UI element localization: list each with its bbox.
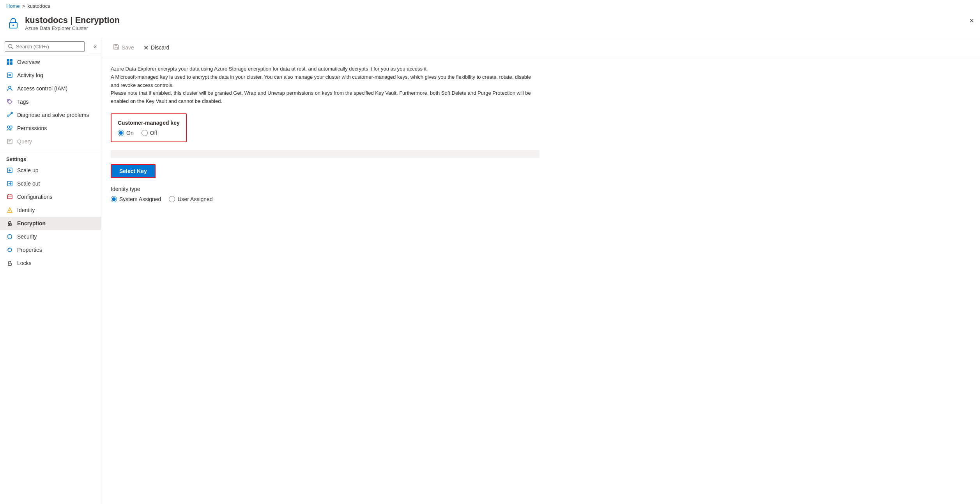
nav-item-scale-up[interactable]: Scale up (0, 164, 101, 177)
lock-icon (6, 16, 20, 33)
separator-bar (111, 150, 540, 158)
svg-rect-40 (115, 44, 117, 46)
identity-section: Identity type System Assigned User Assig… (111, 186, 971, 202)
save-button[interactable]: Save (109, 41, 138, 54)
encrypt-icon (6, 220, 13, 227)
iam-label: Access control (IAM) (17, 85, 67, 92)
breadcrumb-current: kustodocs (27, 3, 50, 9)
identity-user-label: User Assigned (177, 196, 212, 202)
nav-item-identity[interactable]: Identity (0, 203, 101, 217)
cmk-off-label: Off (150, 130, 157, 136)
nav-item-overview[interactable]: Overview (0, 55, 101, 69)
query-icon (6, 138, 13, 145)
overview-icon (6, 58, 13, 65)
nav-item-security[interactable]: Security (0, 230, 101, 243)
svg-point-9 (9, 86, 11, 88)
settings-header: Settings (0, 152, 101, 164)
nav-item-query[interactable]: Query (0, 135, 101, 148)
toolbar: Save ✕ Discard (101, 38, 980, 57)
diagnose-icon (6, 111, 13, 118)
locks-icon (6, 260, 13, 267)
properties-label: Properties (17, 247, 42, 253)
nav-item-configurations[interactable]: Configurations (0, 190, 101, 203)
identity-label: Identity (17, 207, 35, 213)
divider (0, 150, 101, 150)
cmk-radio-group: On Off (118, 130, 180, 136)
cmk-on-option[interactable]: On (118, 130, 134, 136)
scaleout-label: Scale out (17, 180, 40, 187)
save-icon (113, 44, 119, 51)
svg-point-13 (10, 126, 12, 128)
permissions-icon (6, 125, 13, 132)
description-line1: Azure Data Explorer encrypts your data u… (111, 66, 428, 72)
cmk-off-option[interactable]: Off (142, 130, 157, 136)
identity-user-radio[interactable] (169, 196, 175, 202)
properties-icon (6, 246, 13, 253)
locks-label: Locks (17, 260, 32, 266)
security-icon (6, 233, 13, 240)
nav-item-iam[interactable]: Access control (IAM) (0, 82, 101, 95)
identity-system-radio[interactable] (111, 196, 117, 202)
select-key-button[interactable]: Select Key (111, 164, 156, 178)
identity-system-label: System Assigned (119, 196, 161, 202)
description-text: Azure Data Explorer encrypts your data u… (111, 65, 540, 106)
encryption-label: Encryption (17, 220, 46, 226)
tags-icon (6, 98, 13, 105)
svg-point-30 (9, 211, 10, 212)
nav-item-tags[interactable]: Tags (0, 95, 101, 108)
nav-item-diagnose[interactable]: Diagnose and solve problems (0, 108, 101, 122)
scaleup-label: Scale up (17, 167, 38, 173)
nav-item-locks[interactable]: Locks (0, 256, 101, 270)
discard-label: Discard (151, 44, 169, 51)
activity-label: Activity log (17, 72, 43, 78)
main-layout: « Overview Activity log Access control (… (0, 38, 980, 504)
sidebar-search-container (0, 38, 89, 55)
svg-rect-4 (7, 62, 9, 65)
svg-rect-24 (7, 195, 12, 199)
breadcrumb: Home > kustodocs (0, 0, 980, 12)
svg-rect-2 (7, 59, 9, 62)
activity-icon (6, 72, 13, 79)
breadcrumb-home[interactable]: Home (6, 3, 20, 9)
permissions-label: Permissions (17, 125, 47, 131)
svg-rect-14 (7, 139, 12, 144)
config-label: Configurations (17, 194, 52, 200)
description-line2: A Microsoft-managed key is used to encry… (111, 74, 531, 88)
diagnose-label: Diagnose and solve problems (17, 112, 89, 118)
tags-label: Tags (17, 99, 29, 105)
page-subtitle: Azure Data Explorer Cluster (25, 25, 120, 31)
discard-button[interactable]: ✕ Discard (140, 42, 173, 54)
svg-point-32 (9, 224, 10, 225)
nav-item-scale-out[interactable]: Scale out (0, 177, 101, 190)
svg-rect-6 (7, 73, 12, 78)
save-label: Save (122, 44, 134, 51)
sidebar-search-row: « (0, 38, 101, 55)
identity-radio-group: System Assigned User Assigned (111, 196, 971, 202)
cmk-on-radio[interactable] (118, 130, 124, 136)
customer-managed-key-box: Customer-managed key On Off (111, 113, 187, 142)
breadcrumb-separator: > (22, 3, 25, 9)
identity-user-option[interactable]: User Assigned (169, 196, 212, 202)
identity-icon (6, 207, 13, 214)
close-button[interactable]: × (969, 17, 974, 25)
nav-item-encryption[interactable]: Encryption (0, 217, 101, 230)
cmk-label: Customer-managed key (118, 120, 180, 126)
nav-item-properties[interactable]: Properties (0, 243, 101, 256)
content-area: Save ✕ Discard Azure Data Explorer encry… (101, 38, 980, 504)
discard-icon: ✕ (143, 44, 149, 51)
query-label: Query (17, 138, 32, 145)
overview-label: Overview (17, 59, 40, 65)
nav-item-permissions[interactable]: Permissions (0, 122, 101, 135)
security-label: Security (17, 233, 37, 240)
cmk-off-radio[interactable] (142, 130, 148, 136)
svg-point-1 (12, 25, 14, 26)
svg-point-10 (9, 101, 9, 101)
svg-rect-39 (115, 47, 117, 49)
search-input[interactable] (5, 41, 85, 52)
sidebar: « Overview Activity log Access control (… (0, 38, 101, 504)
identity-system-option[interactable]: System Assigned (111, 196, 161, 202)
nav-item-activity-log[interactable]: Activity log (0, 69, 101, 82)
svg-rect-5 (10, 62, 12, 65)
collapse-button[interactable]: « (89, 40, 101, 53)
scaleout-icon (6, 180, 13, 187)
